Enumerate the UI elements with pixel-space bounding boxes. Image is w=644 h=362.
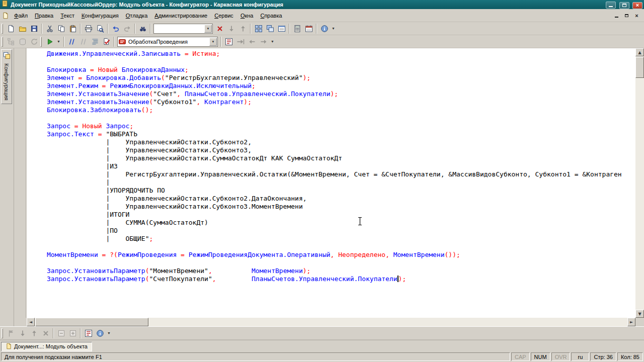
clear-bookmarks-button[interactable] (40, 328, 51, 339)
editor-toolbar-options-button[interactable]: ▼ (106, 328, 112, 339)
code-line[interactable]: Запрос.УстановитьПараметр("СчетПокупател… (47, 275, 635, 283)
menu-administration[interactable]: Администрирование (151, 11, 211, 21)
code-line[interactable]: Блокировка.Заблокировать(); (47, 106, 635, 114)
print-preview-button[interactable] (94, 23, 106, 34)
print-button[interactable] (83, 23, 94, 34)
save-button[interactable] (28, 23, 40, 34)
code-line[interactable] (47, 114, 635, 122)
code-line[interactable]: |ПО (47, 227, 635, 235)
calculator-button[interactable] (291, 23, 303, 34)
syntax-check-button[interactable] (101, 36, 112, 47)
configuration-toolbar-grip[interactable] (2, 37, 3, 47)
refresh-configuration-button[interactable] (28, 36, 40, 47)
code-line[interactable]: | УправленческийОстатки.Субконто3, (47, 146, 635, 154)
update-db-configuration-button[interactable] (17, 36, 28, 47)
mdi-restore-button[interactable] (622, 12, 631, 19)
start-debugging-button[interactable] (44, 36, 55, 47)
code-line[interactable]: Элемент = Блокировка.Добавить("РегистрБу… (47, 74, 635, 82)
cascade-windows-button[interactable] (264, 23, 276, 34)
code-line[interactable]: Блокировка = Новый БлокировкаДанных; (47, 66, 635, 74)
vertical-scrollbar[interactable]: ▲ ▼ (635, 48, 644, 318)
code-line[interactable]: Запрос = Новый Запрос; (47, 122, 635, 130)
standard-toolbar-grip[interactable] (2, 24, 3, 34)
procedures-combo-dropdown-button[interactable]: ▼ (209, 38, 217, 46)
module-toolbar-options-button[interactable]: ▼ (269, 36, 276, 47)
expand-groups-button[interactable] (67, 328, 78, 339)
go-to-definition-button[interactable] (234, 36, 246, 47)
clear-search-button[interactable] (214, 23, 225, 34)
editor-toolbar-grip[interactable] (2, 328, 3, 338)
code-line[interactable]: МоментВремени = ?(РежимПроведения = Режи… (47, 251, 635, 259)
menu-text[interactable]: Текст (57, 11, 78, 21)
uncomment-block-button[interactable] (77, 36, 89, 47)
about-button[interactable] (318, 23, 330, 34)
code-line[interactable]: | УправленческийОстатки.Субконто2, (47, 138, 635, 146)
code-line[interactable] (47, 259, 635, 267)
code-line[interactable]: Запрос.УстановитьПараметр("МоментВремени… (47, 267, 635, 275)
code-line[interactable]: Элемент.УстановитьЗначение("Счет", Планы… (47, 90, 635, 98)
mdi-minimize-button[interactable] (612, 12, 621, 19)
menu-windows[interactable]: Окна (237, 11, 257, 21)
code-line[interactable]: |ИТОГИ (47, 211, 635, 219)
code-line[interactable]: | ОБЩИЕ"; (47, 235, 635, 243)
close-button[interactable]: × (632, 2, 642, 9)
scroll-right-button[interactable]: ► (627, 318, 635, 326)
navigate-back-button[interactable] (246, 36, 258, 47)
standard-toolbar-options-button[interactable]: ▼ (330, 23, 337, 34)
code-line[interactable]: | (47, 178, 635, 187)
menu-configuration[interactable]: Конфигурация (78, 11, 122, 21)
menu-debug[interactable]: Отладка (122, 11, 151, 21)
menu-file[interactable]: Файл (11, 11, 31, 21)
code-line[interactable]: Запрос.Текст = "ВЫБРАТЬ (47, 130, 635, 138)
module-toolbar-grip[interactable] (40, 37, 42, 47)
maximize-button[interactable] (619, 2, 629, 9)
code-line[interactable]: Элемент.УстановитьЗначение("Субконто1", … (47, 98, 635, 106)
code-area[interactable]: Движения.Управленческий.Записывать = Ист… (27, 48, 635, 318)
debug-options-button[interactable]: ▼ (55, 36, 62, 47)
navigate-forward-button[interactable] (258, 36, 269, 47)
code-line[interactable]: | УправленческийОстатки.Субконто2.ДатаОк… (47, 195, 635, 203)
code-line[interactable]: |УПОРЯДОЧИТЬ ПО (47, 187, 635, 195)
procedures-functions-button[interactable] (83, 328, 94, 339)
open-file-button[interactable] (17, 23, 28, 34)
code-line[interactable]: | РегистрБухгалтерии.Управленческий.Оста… (47, 170, 635, 178)
code-line[interactable]: | УправленческийОстатки.Субконто3.Момент… (47, 203, 635, 211)
previous-bookmark-button[interactable] (28, 328, 40, 339)
configuration-panel-tab[interactable]: Конфигурация (1, 49, 12, 104)
next-bookmark-button[interactable] (17, 328, 28, 339)
code-line[interactable]: | СУММА(СуммаОстатокДт) (47, 219, 635, 227)
menu-help[interactable]: Справка (257, 11, 285, 21)
tile-windows-button[interactable] (253, 23, 264, 34)
minimize-button[interactable] (606, 2, 616, 9)
window-list-button[interactable] (276, 23, 287, 34)
scroll-up-button[interactable]: ▲ (635, 48, 644, 56)
procedures-combo[interactable]: ОбработкаПроведения▼ (117, 37, 218, 47)
vertical-scroll-thumb[interactable] (635, 57, 644, 78)
horizontal-scroll-thumb[interactable] (35, 318, 148, 326)
language-indicator[interactable]: ru (571, 352, 589, 361)
procedures-list-button[interactable] (223, 36, 234, 47)
code-line[interactable] (47, 243, 635, 251)
copy-button[interactable] (55, 23, 67, 34)
syntax-help-button[interactable] (94, 328, 106, 339)
search-combo-dropdown-button[interactable]: ▼ (204, 25, 212, 33)
code-line[interactable]: | УправленческийОстатки.СуммаОстатокДт К… (47, 154, 635, 162)
scroll-left-button[interactable]: ◄ (27, 318, 35, 326)
mdi-close-button[interactable]: × (632, 12, 641, 19)
find-button[interactable] (137, 23, 148, 34)
menu-service[interactable]: Сервис (211, 11, 237, 21)
find-next-button[interactable] (225, 23, 237, 34)
code-line[interactable]: Элемент.Режим = РежимБлокировкиДанных.Ис… (47, 82, 635, 90)
scroll-down-button[interactable]: ▼ (635, 310, 644, 318)
collapse-groups-button[interactable] (55, 328, 67, 339)
redo-button[interactable] (121, 23, 133, 34)
menu-edit[interactable]: Правка (31, 11, 57, 21)
window-tab-module[interactable]: Документ...: Модуль объекта (1, 342, 92, 351)
ovr-indicator[interactable]: OVR (551, 352, 571, 361)
search-combo[interactable]: ▼ (153, 24, 213, 34)
toggle-bookmark-button[interactable] (5, 328, 17, 339)
horizontal-scrollbar[interactable]: ◄ ► (27, 318, 635, 326)
paste-button[interactable] (67, 23, 78, 34)
open-configuration-button[interactable] (5, 36, 17, 47)
code-line[interactable]: Движения.Управленческий.Записывать = Ист… (47, 50, 635, 58)
